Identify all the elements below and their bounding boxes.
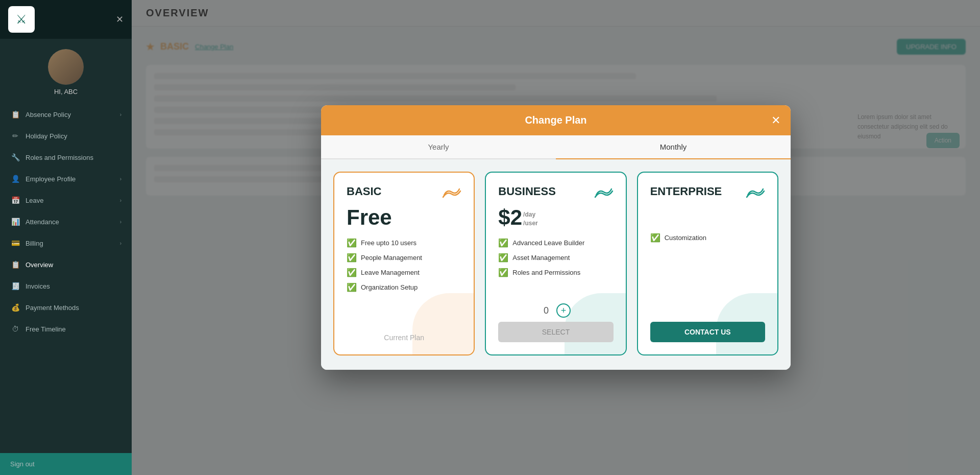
modal-tabs: Yearly Monthly [321,135,791,159]
billing-label: Billing [26,240,43,247]
logo-icon: ⚔ [16,12,27,27]
select-plan-button[interactable]: SELECT [498,322,613,342]
plan-card-basic: BASIC Free ✅ [333,172,475,355]
business-features: ✅ Advanced Leave Builder ✅ Asset Managem… [498,238,613,295]
plan-card-business: BUSINESS $2/day/user [485,172,626,355]
plan-card-enterprise: ENTERPRISE ✅ [637,172,778,355]
sidebar-item-free-timeline[interactable]: ⏱ Free Timeline [0,318,132,340]
arrow-icon: › [120,241,121,246]
sidebar-item-invoices[interactable]: 🧾 Invoices [0,275,132,297]
business-price: $2/day/user [498,205,613,230]
enterprise-header: ENTERPRISE [650,185,765,199]
payment-label: Payment Methods [26,304,79,312]
check-icon: ✅ [498,253,508,263]
quantity-plus-button[interactable]: + [556,303,571,318]
feature-item: ✅ Advanced Leave Builder [498,238,613,248]
absence-policy-label: Absence Policy [26,111,71,118]
billing-icon: 💳 [10,238,20,248]
basic-plan-name: BASIC [347,185,381,198]
roles-label: Roles and Permissions [26,154,93,161]
sidebar-item-holiday-policy[interactable]: ✏ Holiday Policy [0,125,132,147]
roles-icon: 🔧 [10,152,20,162]
price-detail: /day/user [523,210,538,228]
enterprise-footer: CONTACT US [650,314,765,342]
current-plan-label: Current Plan [384,334,424,342]
attendance-icon: 📊 [10,217,20,227]
arrow-icon: › [120,198,121,203]
business-logo [594,185,614,199]
overview-label: Overview [26,261,53,269]
modal-header: Change Plan ✕ [321,105,791,135]
change-plan-modal: Change Plan ✕ Yearly Monthly [321,105,791,370]
check-icon: ✅ [347,238,357,248]
sidebar-close-button[interactable]: ✕ [116,14,124,25]
sidebar-item-employee-profile[interactable]: 👤 Employee Profile › [0,168,132,189]
holiday-policy-icon: ✏ [10,131,20,141]
overview-icon: 📋 [10,259,20,270]
feature-item: ✅ Free upto 10 users [347,238,461,248]
sidebar-header: ⚔ ✕ [0,0,132,39]
quantity-value: 0 [541,305,551,316]
basic-price: Free [347,205,461,230]
enterprise-price-spacer [650,203,765,233]
sidebar-item-payment-methods[interactable]: 💰 Payment Methods [0,297,132,318]
holiday-policy-label: Holiday Policy [26,132,67,140]
business-header: BUSINESS [498,185,613,199]
leave-icon: 📅 [10,195,20,205]
quantity-row: 0 + [498,303,613,318]
modal-overlay: Change Plan ✕ Yearly Monthly [132,0,980,475]
arrow-icon: › [120,112,121,117]
sidebar-item-overview[interactable]: 📋 Overview [0,254,132,275]
employee-icon: 👤 [10,174,20,184]
main-content: OVERVIEW ★ BASIC Change Plan UPGRADE INF… [132,0,980,475]
basic-footer: Current Plan [347,325,461,342]
invoices-icon: 🧾 [10,281,20,291]
basic-logo [442,185,461,199]
leave-label: Leave [26,197,43,204]
feature-item: ✅ Leave Management [347,268,461,277]
arrow-icon: › [120,176,121,182]
check-icon: ✅ [498,268,508,277]
signout-button[interactable]: Sign out [0,453,132,475]
business-footer: 0 + SELECT [498,295,613,342]
feature-item: ✅ Asset Management [498,253,613,263]
sidebar: ⚔ ✕ HI, ABC 📋 Absence Policy › ✏ Holiday… [0,0,132,475]
sidebar-username: HI, ABC [54,88,78,96]
plans-container: BASIC Free ✅ [321,159,791,370]
arrow-icon: › [120,219,121,225]
business-plan-name: BUSINESS [498,185,555,198]
enterprise-plan-name: ENTERPRISE [650,185,722,198]
check-icon: ✅ [347,282,357,292]
contact-us-button[interactable]: CONTACT US [650,322,765,342]
avatar [48,49,84,85]
sidebar-item-billing[interactable]: 💳 Billing › [0,232,132,254]
tab-yearly[interactable]: Yearly [321,135,556,158]
feature-item: ✅ Customization [650,233,765,243]
attendance-label: Attendance [26,218,59,226]
check-icon: ✅ [347,253,357,263]
enterprise-logo [746,185,765,199]
check-icon: ✅ [498,238,508,248]
sidebar-nav: 📋 Absence Policy › ✏ Holiday Policy 🔧 Ro… [0,104,132,453]
sidebar-item-roles-permissions[interactable]: 🔧 Roles and Permissions [0,147,132,168]
sidebar-item-leave[interactable]: 📅 Leave › [0,189,132,211]
avatar-image [48,49,84,85]
sidebar-item-attendance[interactable]: 📊 Attendance › [0,211,132,232]
feature-item: ✅ Organization Setup [347,282,461,292]
invoices-label: Invoices [26,282,50,290]
sidebar-item-absence-policy[interactable]: 📋 Absence Policy › [0,104,132,125]
check-icon: ✅ [347,268,357,277]
logo-box: ⚔ [8,6,35,33]
feature-item: ✅ People Management [347,253,461,263]
basic-header: BASIC [347,185,461,199]
modal-close-button[interactable]: ✕ [771,114,780,127]
payment-icon: 💰 [10,302,20,313]
absence-policy-icon: 📋 [10,109,20,120]
employee-label: Employee Profile [26,175,76,183]
timeline-label: Free Timeline [26,325,66,333]
modal-title: Change Plan [525,114,586,126]
tab-monthly[interactable]: Monthly [556,135,791,158]
feature-item: ✅ Roles and Permissions [498,268,613,277]
check-icon: ✅ [650,233,660,243]
timeline-icon: ⏱ [10,324,20,334]
